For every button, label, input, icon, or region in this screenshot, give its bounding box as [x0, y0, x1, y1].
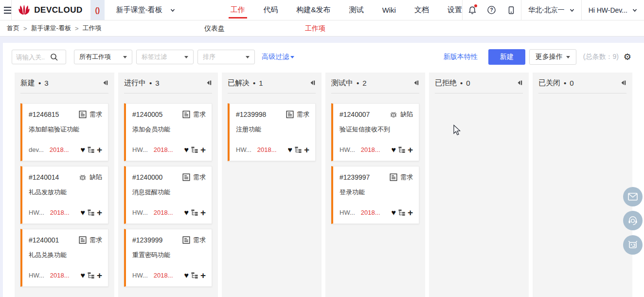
workitem-filter-dropdown[interactable]: 所有工作项	[74, 50, 132, 64]
favorite-heart-icon[interactable]: ♥	[287, 146, 292, 154]
add-child-icon[interactable]: +	[97, 271, 102, 280]
add-child-icon[interactable]: +	[304, 145, 309, 154]
search-icon[interactable]	[50, 53, 58, 61]
search-input[interactable]	[16, 54, 50, 61]
work-item-card[interactable]: #1239997 需求 登录功能 HW... 2018... ♥+	[331, 166, 419, 224]
tag-filter-dropdown[interactable]: 标签过滤	[136, 50, 194, 64]
new-version-link[interactable]: 新版本特性	[444, 53, 478, 61]
collapse-column-icon[interactable]	[102, 80, 108, 86]
work-item-card[interactable]: #1240000 需求 消息提醒功能 HW... 2018... ♥+	[124, 166, 212, 224]
menu-item-test[interactable]: 测试	[349, 0, 364, 20]
toolbar: 所有工作项 标签过滤 排序 高级过滤 新版本特性 新建 更多操作 (总条数：9)…	[3, 43, 644, 70]
hierarchy-tree-icon[interactable]	[398, 209, 406, 216]
dropdown-arrow-icon	[184, 56, 188, 58]
work-item-card[interactable]: #1240014 缺陷 礼品发放功能 HW... 2018... ♥+	[20, 166, 108, 224]
menu-item-work[interactable]: 工作	[231, 0, 245, 20]
favorite-heart-icon[interactable]: ♥	[184, 209, 189, 217]
work-item-card[interactable]: #1240001 需求 礼品兑换功能 HW... 2018... ♥+	[20, 229, 108, 287]
work-item-card[interactable]: #1239998 需求 注册功能 HW... 2018... ♥+	[228, 103, 316, 161]
support-button[interactable]	[623, 211, 643, 230]
add-child-icon[interactable]: +	[97, 208, 102, 217]
column-header: 测试中•2	[331, 73, 419, 93]
tab-dashboard[interactable]: 仪表盘	[204, 20, 225, 37]
hierarchy-tree-icon[interactable]	[294, 146, 302, 153]
collapse-column-icon[interactable]	[413, 80, 419, 86]
breadcrumb-project[interactable]: 新手课堂-看板	[31, 24, 71, 33]
work-item-card[interactable]: #1240007 缺陷 验证短信接收不到 HW... 2018... ♥+	[331, 103, 419, 161]
breadcrumb-home[interactable]: 首页	[7, 24, 19, 33]
chatbot-button[interactable]	[623, 235, 643, 255]
hierarchy-tree-icon[interactable]	[87, 146, 95, 153]
card-list	[538, 93, 626, 103]
requirement-icon	[390, 173, 397, 181]
requirement-icon	[182, 236, 190, 244]
hierarchy-tree-icon[interactable]	[191, 146, 198, 153]
sort-dropdown[interactable]: 排序	[197, 50, 255, 64]
advanced-filter-link[interactable]: 高级过滤	[262, 53, 294, 61]
hierarchy-tree-icon[interactable]	[398, 146, 406, 153]
create-button[interactable]: 新建	[488, 49, 525, 65]
add-child-icon[interactable]: +	[200, 271, 206, 280]
column-header: 已拒绝•0	[435, 73, 523, 93]
hamburger-menu-icon[interactable]	[0, 0, 11, 20]
favorite-heart-icon[interactable]: ♥	[80, 209, 85, 217]
hierarchy-tree-icon[interactable]	[191, 209, 198, 216]
favorite-heart-icon[interactable]: ♥	[80, 146, 85, 154]
add-child-icon[interactable]: +	[200, 208, 206, 217]
kanban-column-closed: 已关闭•0	[533, 73, 632, 297]
mobile-app-icon[interactable]	[501, 0, 521, 20]
help-icon[interactable]: ?	[482, 0, 501, 20]
favorite-heart-icon[interactable]: ♥	[391, 146, 396, 154]
project-braces-icon[interactable]: ()	[90, 0, 105, 20]
work-item-card[interactable]: #1240005 需求 添加会员功能 HW... 2018... ♥+	[124, 103, 212, 161]
breadcrumb-separator: >	[75, 25, 79, 32]
add-child-icon[interactable]: +	[408, 145, 413, 154]
menu-item-settings[interactable]: 设置	[447, 0, 462, 20]
menu-item-wiki[interactable]: Wiki	[382, 0, 396, 20]
breadcrumb-workitems: 工作项	[83, 24, 102, 33]
main-menu: 工作 代码 构建&发布 测试 Wiki 文档 设置	[231, 0, 462, 20]
collapse-column-icon[interactable]	[206, 80, 212, 86]
user-menu[interactable]: Hi HW-Dev...	[582, 0, 644, 20]
region-name: 华北-北京一	[528, 6, 565, 15]
feedback-mail-button[interactable]	[623, 187, 643, 206]
more-actions-button[interactable]: 更多操作	[529, 49, 576, 65]
add-child-icon[interactable]: +	[97, 145, 102, 154]
menu-item-code[interactable]: 代码	[264, 0, 278, 20]
menu-item-docs[interactable]: 文档	[414, 0, 429, 20]
headset-icon	[627, 215, 638, 226]
project-selector[interactable]: 新手课堂-看板	[105, 0, 187, 20]
work-item-type: 需求	[79, 110, 102, 119]
work-item-date: 2018...	[50, 146, 69, 153]
favorite-heart-icon[interactable]: ♥	[184, 272, 189, 279]
notifications-bell-icon[interactable]	[463, 0, 482, 20]
favorite-heart-icon[interactable]: ♥	[184, 146, 189, 154]
region-selector[interactable]: 华北-北京一	[521, 0, 581, 20]
favorite-heart-icon[interactable]: ♥	[80, 272, 85, 279]
card-list	[435, 93, 523, 103]
kanban-column-inprogress: 进行中•3 #1240005 需求 添加会员功能 HW... 2018... ♥…	[118, 73, 218, 297]
menu-item-build[interactable]: 构建&发布	[297, 0, 331, 20]
hierarchy-tree-icon[interactable]	[87, 209, 95, 216]
column-title: 测试中•2	[331, 78, 367, 88]
work-item-owner: HW...	[29, 272, 44, 279]
hierarchy-tree-icon[interactable]	[191, 272, 198, 279]
collapse-column-icon[interactable]	[517, 80, 523, 86]
tab-workitems[interactable]: 工作项	[305, 20, 325, 37]
page-background: 所有工作项 标签过滤 排序 高级过滤 新版本特性 新建 更多操作 (总条数：9)…	[0, 37, 644, 297]
work-item-card[interactable]: #1239999 需求 重置密码功能 HW... 2018... ♥+	[124, 229, 212, 287]
collapse-column-icon[interactable]	[309, 80, 316, 86]
favorite-heart-icon[interactable]: ♥	[391, 209, 396, 217]
add-child-icon[interactable]: +	[200, 145, 206, 154]
collapse-column-icon[interactable]	[620, 80, 626, 86]
gear-icon[interactable]: ⚙	[624, 53, 631, 61]
work-item-card[interactable]: #1246815 需求 添加邮箱验证功能 dev... 2018... ♥+	[20, 103, 108, 161]
requirement-icon	[286, 111, 294, 118]
hierarchy-tree-icon[interactable]	[87, 272, 95, 279]
work-item-id: #1240005	[132, 111, 162, 118]
requirement-icon	[79, 111, 87, 118]
dropdown-arrow-icon	[290, 56, 294, 58]
add-child-icon[interactable]: +	[408, 208, 413, 217]
requirement-icon	[79, 236, 87, 244]
devcloud-logo[interactable]: DEVCLOUD	[12, 0, 90, 20]
